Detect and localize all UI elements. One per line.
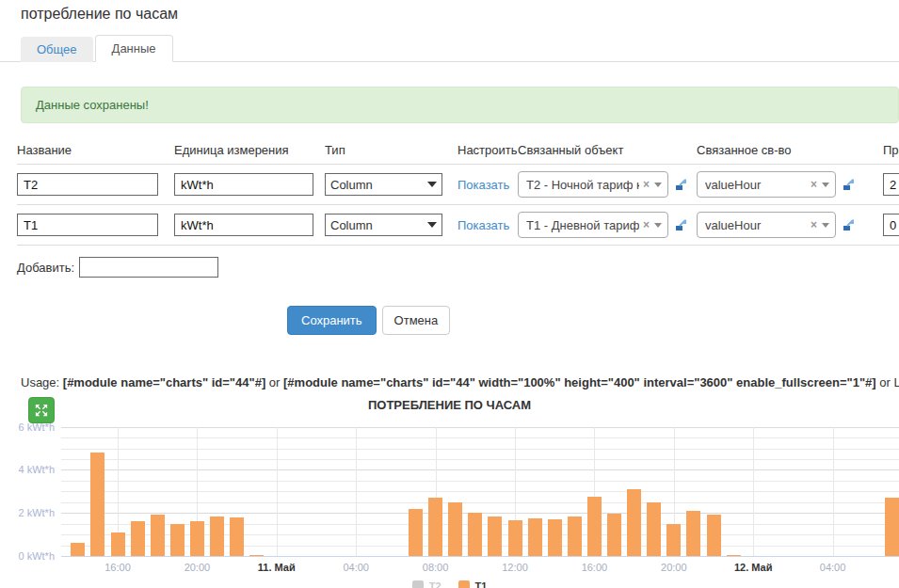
bar [528, 518, 542, 556]
linked-property-select[interactable]: valueHour × [697, 171, 836, 198]
unit-field[interactable] [174, 214, 313, 236]
legend-item[interactable]: T1 [458, 580, 488, 588]
tab-data[interactable]: Данные [95, 35, 173, 62]
save-button[interactable]: Сохранить [287, 306, 377, 335]
select-caret-icon [427, 182, 437, 187]
unit-field[interactable] [174, 173, 313, 196]
bar [508, 520, 522, 556]
show-link[interactable]: Показать [458, 178, 509, 192]
x-axis-tick-label: 16:00 [88, 562, 148, 573]
bar [488, 516, 502, 556]
col-header-type: Тип [325, 139, 458, 165]
gridline [61, 502, 899, 503]
cancel-button[interactable]: Отмена [382, 306, 451, 335]
name-field[interactable] [17, 214, 158, 236]
name-field[interactable] [17, 173, 158, 196]
table-row: valueHour × [697, 205, 883, 246]
type-select[interactable]: Column [325, 214, 442, 236]
linked-object-select[interactable]: T2 - Ночной тариф кВт*ч × [518, 171, 668, 198]
bar [170, 524, 185, 556]
series-config-table: Название Единица измерения Тип Настроить… [17, 139, 899, 246]
table-row: Показать [458, 165, 518, 205]
usage-or-1: or [265, 375, 283, 389]
show-link[interactable]: Показать [458, 218, 509, 232]
table-row [883, 165, 899, 205]
tab-general[interactable]: Общее [21, 37, 93, 62]
bar [666, 524, 681, 556]
col-header-configure: Настроить [458, 139, 518, 165]
bar [627, 489, 641, 556]
table-row: T2 - Ночной тариф кВт*ч × [518, 165, 697, 205]
add-input[interactable] [79, 257, 218, 278]
table-row: valueHour × [697, 165, 883, 205]
legend-swatch [412, 580, 424, 588]
col-header-name: Название [17, 139, 174, 165]
bar [468, 513, 482, 556]
select-caret-icon [427, 222, 437, 228]
x-axis-tick-label: 20:00 [167, 562, 227, 573]
clear-icon[interactable]: × [811, 178, 817, 191]
clear-icon[interactable]: × [643, 218, 650, 231]
legend-item[interactable]: T2 [412, 580, 441, 588]
bar [111, 532, 125, 556]
object-picker-icon[interactable] [675, 178, 688, 191]
y-axis-tick-label: 2 kWt*h [0, 507, 55, 518]
table-row: Column [325, 205, 458, 246]
bar [686, 511, 700, 556]
chevron-down-icon[interactable] [822, 183, 829, 187]
bar [90, 453, 104, 556]
chart-title: ПОТРЕБЛЕНИЕ ПО ЧАСАМ [0, 398, 899, 412]
tab-bar: Общее Данные [0, 34, 899, 62]
chevron-down-icon[interactable] [654, 183, 662, 187]
gridline [356, 427, 357, 556]
linked-property-value: valueHour [705, 218, 807, 232]
gridline [61, 481, 899, 482]
usage-code-1: [#module name="charts" id="44"#] [63, 375, 265, 389]
type-select-value: Column [330, 218, 373, 232]
x-axis-tick-label: 04:00 [326, 562, 386, 573]
bar [190, 521, 204, 556]
chevron-down-icon[interactable] [654, 223, 662, 228]
y-axis-tick-label: 0 kWt*h [0, 550, 55, 562]
col-header-linked-object: Связанный объект [518, 139, 697, 165]
linked-object-select[interactable]: T1 - Дневной тариф к... × [518, 212, 668, 238]
x-axis-tick-label: 12:00 [485, 562, 545, 573]
x-axis-tick-label: 20:00 [644, 562, 704, 573]
legend-label: T2 [429, 580, 441, 588]
bar [71, 543, 85, 556]
object-picker-icon[interactable] [675, 218, 688, 231]
usage-or-2: or Link: [876, 375, 899, 389]
clear-icon[interactable]: × [643, 178, 650, 191]
bar [131, 521, 145, 556]
col-header-linked-property: Связанное св-во [697, 139, 883, 165]
form-actions: Сохранить Отмена [287, 306, 899, 335]
x-axis-tick-label: 16:00 [564, 562, 624, 573]
gridline [61, 459, 899, 460]
success-alert-text: Данные сохранены! [36, 98, 149, 112]
linked-property-value: valueHour [705, 178, 807, 192]
bar [151, 515, 165, 556]
chevron-down-icon[interactable] [822, 223, 829, 228]
bar [548, 519, 562, 556]
x-axis-line [61, 556, 899, 557]
extra-field[interactable] [883, 214, 899, 236]
clear-icon[interactable]: × [811, 218, 817, 231]
add-label: Добавить: [17, 261, 74, 275]
gridline [61, 449, 899, 450]
page-title: потребление по часам [21, 6, 899, 23]
bar [249, 555, 264, 556]
x-axis-tick-label: 11. Май [247, 562, 307, 573]
fullscreen-icon [35, 404, 48, 417]
gridline [753, 427, 754, 556]
fullscreen-button[interactable] [28, 397, 55, 423]
extra-field[interactable] [883, 173, 899, 196]
bar [409, 509, 423, 556]
object-picker-icon[interactable] [843, 178, 856, 191]
gridline [277, 427, 278, 556]
y-axis-tick-label: 6 kWt*h [0, 421, 55, 433]
type-select[interactable]: Column [325, 173, 442, 196]
linked-object-value: T1 - Дневной тариф к... [526, 218, 639, 232]
bar [568, 516, 582, 556]
object-picker-icon[interactable] [843, 218, 856, 231]
linked-property-select[interactable]: valueHour × [697, 212, 836, 238]
